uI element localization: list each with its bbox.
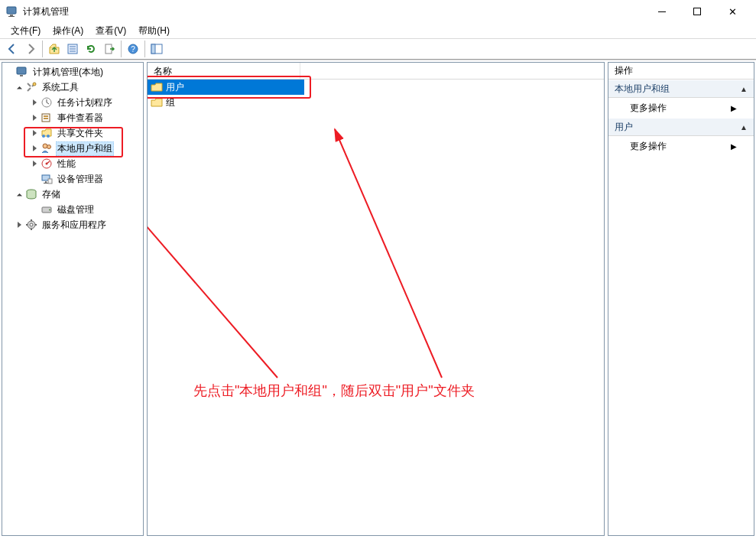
expand-icon[interactable] (30, 113, 39, 122)
back-button[interactable] (3, 41, 21, 57)
tree-services-apps[interactable]: 服务和应用程序 (2, 217, 143, 232)
list-pane[interactable]: 名称 用户 组 (147, 62, 605, 536)
expand-icon[interactable] (30, 174, 39, 183)
shared-folder-icon (41, 127, 53, 139)
expand-icon[interactable] (5, 67, 15, 76)
chevron-right-icon: ▶ (731, 142, 737, 151)
titlebar: 计算机管理 (0, 0, 756, 23)
svg-point-21 (43, 144, 47, 148)
menu-file[interactable]: 文件(F) (5, 23, 47, 39)
expand-icon[interactable] (15, 83, 24, 92)
actions-header: 操作 (608, 63, 754, 80)
storage-icon (25, 188, 37, 200)
action-label: 更多操作 (630, 140, 667, 153)
actions-section-local-users[interactable]: 本地用户和组 ▲ (608, 80, 754, 98)
forward-button[interactable] (21, 41, 40, 57)
tree-label: 存储 (41, 187, 62, 202)
list-item-groups[interactable]: 组 (148, 95, 604, 110)
svg-rect-11 (151, 44, 155, 54)
svg-point-31 (49, 209, 50, 211)
tools-icon (25, 81, 37, 93)
device-manager-icon (41, 173, 53, 185)
toolbar-sep (42, 41, 43, 57)
expand-icon[interactable] (30, 205, 39, 214)
svg-rect-18 (44, 118, 48, 119)
computer-mgmt-icon (16, 66, 28, 78)
svg-rect-2 (8, 16, 15, 17)
svg-point-22 (47, 145, 51, 149)
maximize-button[interactable] (680, 0, 715, 23)
svg-rect-12 (17, 67, 26, 74)
action-label: 更多操作 (630, 102, 667, 115)
actions-pane: 操作 本地用户和组 ▲ 更多操作 ▶ 用户 ▲ 更多操作 ▶ (608, 62, 754, 536)
tree-local-users-groups[interactable]: 本地用户和组 (2, 141, 143, 156)
content-area: 计算机管理(本地) 系统工具 任务计划程序 (0, 60, 756, 537)
expand-icon[interactable] (30, 98, 39, 107)
chevron-up-icon: ▲ (740, 123, 748, 132)
tree-label: 共享文件夹 (56, 126, 105, 141)
tree-root[interactable]: 计算机管理(本地) (2, 64, 143, 80)
tree-device-manager[interactable]: 设备管理器 (2, 171, 143, 187)
toolbar-sep (121, 41, 122, 57)
event-viewer-icon (41, 112, 53, 124)
refresh-button[interactable] (82, 41, 100, 57)
export-button[interactable] (100, 41, 118, 57)
svg-point-24 (46, 163, 48, 165)
svg-rect-13 (20, 75, 23, 76)
tree-shared-folders[interactable]: 共享文件夹 (2, 125, 143, 141)
expand-icon[interactable] (30, 128, 39, 138)
column-name[interactable]: 名称 (148, 63, 300, 79)
tree-event-viewer[interactable]: 事件查看器 (2, 110, 143, 125)
svg-point-20 (47, 135, 50, 138)
close-button[interactable] (715, 0, 750, 23)
chevron-right-icon: ▶ (731, 104, 737, 112)
menu-help[interactable]: 帮助(H) (132, 23, 176, 39)
list-item-label: 用户 (166, 81, 184, 94)
tree-performance[interactable]: 性能 (2, 156, 143, 171)
tree-label: 性能 (56, 157, 77, 171)
list-item-users[interactable]: 用户 (148, 80, 304, 95)
help-button[interactable]: ? (124, 41, 142, 57)
performance-icon (41, 157, 53, 170)
tree-label: 任务计划程序 (56, 96, 114, 110)
tree-storage[interactable]: 存储 (2, 187, 143, 202)
expand-icon[interactable] (30, 159, 39, 168)
svg-rect-1 (10, 15, 13, 16)
up-button[interactable] (45, 41, 63, 57)
minimize-button[interactable] (644, 0, 680, 23)
window-controls (644, 0, 750, 23)
actions-more-1[interactable]: 更多操作 ▶ (608, 98, 754, 118)
tree-system-tools[interactable]: 系统工具 (2, 80, 143, 95)
clock-icon (41, 96, 53, 109)
properties-button[interactable] (63, 41, 82, 57)
expand-icon[interactable] (15, 190, 24, 199)
show-hide-tree-button[interactable] (148, 41, 166, 57)
disk-icon (41, 203, 53, 216)
expand-icon[interactable] (15, 220, 24, 229)
list-body[interactable]: 用户 组 先点击"本地 (148, 80, 604, 535)
section-title: 用户 (615, 121, 633, 134)
tree-label: 设备管理器 (56, 172, 105, 187)
users-groups-icon (41, 142, 53, 154)
expand-icon[interactable] (30, 144, 39, 153)
folder-icon (151, 81, 163, 93)
actions-more-2[interactable]: 更多操作 ▶ (608, 136, 754, 156)
annotation-arrows (148, 80, 605, 536)
window-title: 计算机管理 (23, 5, 69, 18)
tree-disk-management[interactable]: 磁盘管理 (2, 202, 143, 217)
tree-label: 本地用户和组 (56, 141, 114, 156)
tree-task-scheduler[interactable]: 任务计划程序 (2, 95, 143, 110)
section-title: 本地用户和组 (615, 83, 670, 96)
annotation-text: 先点击"本地用户和组"，随后双击"用户"文件夹 (193, 382, 475, 400)
toolbar-sep (144, 41, 145, 57)
actions-section-users[interactable]: 用户 ▲ (608, 118, 754, 136)
tree-label: 计算机管理(本地) (31, 65, 105, 80)
menu-view[interactable]: 查看(V) (89, 23, 132, 39)
tree-pane[interactable]: 计算机管理(本地) 系统工具 任务计划程序 (2, 62, 144, 536)
menu-action[interactable]: 操作(A) (47, 23, 89, 39)
svg-rect-26 (45, 181, 47, 183)
svg-line-34 (148, 179, 277, 378)
svg-line-35 (335, 129, 442, 378)
svg-rect-28 (48, 179, 52, 183)
svg-point-19 (42, 135, 45, 138)
